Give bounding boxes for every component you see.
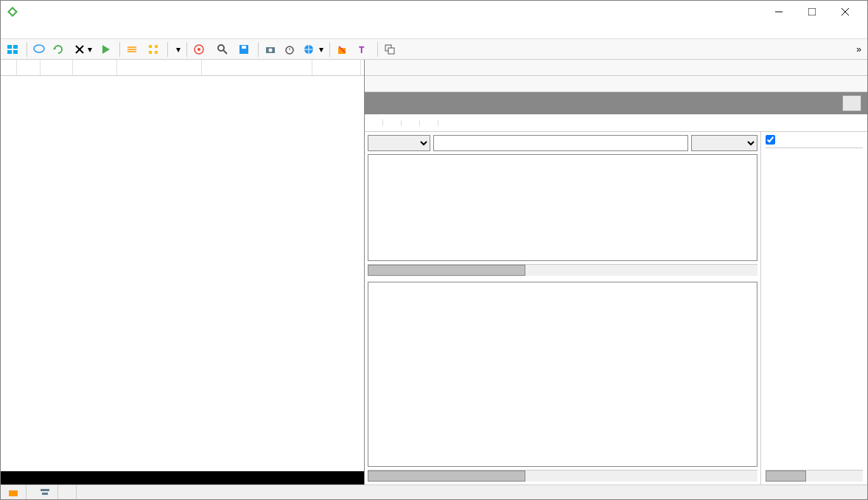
menu-view[interactable] — [63, 29, 74, 32]
play-icon — [99, 44, 111, 55]
tearoff-icon — [384, 44, 396, 55]
svg-rect-15 — [149, 45, 152, 48]
svg-point-20 — [197, 48, 200, 51]
sessions-panel — [1, 60, 365, 485]
title-bar — [1, 1, 867, 23]
svg-rect-18 — [155, 51, 158, 54]
svg-rect-3 — [808, 8, 816, 15]
svg-rect-7 — [13, 45, 18, 49]
camera-button[interactable] — [262, 42, 279, 57]
svg-rect-24 — [242, 46, 246, 49]
toolbar: ▾ ▾ ▾ T » — [1, 39, 867, 60]
menu-tools[interactable] — [48, 29, 60, 32]
svg-point-21 — [218, 45, 224, 51]
composer-subtabs — [365, 114, 867, 132]
svg-rect-8 — [7, 50, 12, 54]
subtab-scratchpad[interactable] — [402, 120, 420, 126]
clearcache-button[interactable] — [333, 42, 353, 57]
menu-help[interactable] — [77, 29, 89, 32]
stream-icon — [126, 44, 138, 55]
menu-edit[interactable] — [18, 29, 30, 32]
svg-rect-16 — [155, 45, 158, 48]
find-icon — [217, 44, 228, 55]
textwizard-button[interactable]: T — [354, 42, 374, 57]
svg-rect-6 — [7, 45, 12, 49]
filter-icon — [40, 487, 50, 498]
clearcache-icon — [336, 44, 348, 55]
right-tabs-top — [365, 60, 867, 76]
close-button[interactable] — [828, 1, 861, 22]
session-count — [67, 485, 77, 499]
grid-header[interactable] — [1, 60, 364, 76]
capture-icon — [8, 487, 18, 498]
save-icon — [238, 44, 250, 55]
textwizard-icon: T — [357, 44, 369, 55]
subtab-parsed[interactable] — [365, 119, 383, 127]
stream-button[interactable] — [123, 42, 143, 57]
target-icon — [193, 44, 205, 55]
svg-rect-37 — [42, 493, 48, 495]
svg-rect-34 — [388, 48, 394, 54]
subtab-options[interactable] — [420, 120, 438, 126]
capturing-toggle[interactable] — [4, 485, 27, 499]
httpver-select[interactable] — [691, 135, 757, 151]
svg-line-22 — [223, 50, 227, 54]
subtab-raw[interactable] — [383, 120, 402, 126]
browse-button[interactable]: ▾ — [300, 42, 326, 57]
menu-file[interactable] — [4, 29, 15, 32]
replay-icon — [52, 44, 64, 55]
url-input[interactable] — [433, 135, 688, 151]
tearoff-button[interactable] — [381, 42, 401, 57]
save-button[interactable] — [235, 42, 255, 57]
headers-textarea[interactable] — [368, 154, 757, 261]
app-icon — [7, 6, 18, 18]
menu-bar — [1, 23, 867, 39]
decode-button[interactable] — [144, 42, 164, 57]
svg-rect-17 — [149, 51, 152, 54]
replay-button[interactable] — [49, 42, 69, 57]
windows-icon — [7, 44, 18, 55]
clock-icon — [284, 44, 295, 55]
log-requests-checkbox[interactable] — [766, 135, 863, 148]
toolbar-chevron[interactable]: » — [853, 43, 864, 56]
svg-marker-14 — [102, 45, 110, 54]
right-panel — [365, 60, 867, 485]
svg-point-26 — [269, 48, 273, 52]
history-label — [766, 148, 863, 154]
grid-body[interactable] — [1, 76, 364, 471]
menu-rules[interactable] — [33, 29, 45, 32]
quickexec-bar[interactable] — [1, 471, 364, 485]
decode-icon — [147, 44, 159, 55]
maximize-button[interactable] — [795, 1, 828, 22]
process-target[interactable] — [190, 42, 212, 57]
minimize-button[interactable] — [762, 1, 795, 22]
remove-button[interactable]: ▾ — [71, 42, 95, 57]
browser-icon — [303, 44, 315, 55]
svg-point-10 — [34, 45, 44, 52]
svg-rect-9 — [13, 50, 18, 54]
no-requests-label — [766, 154, 863, 470]
comment-button[interactable] — [30, 42, 48, 57]
timer-button[interactable] — [281, 42, 298, 57]
go-button[interactable] — [97, 42, 116, 57]
x-icon — [74, 44, 85, 55]
body-textarea[interactable] — [368, 282, 757, 467]
log-requests-check[interactable] — [766, 135, 775, 145]
execute-button[interactable] — [842, 95, 861, 111]
comment-icon — [33, 44, 45, 55]
camera-icon — [265, 44, 276, 55]
right-tabs-bottom — [365, 76, 867, 92]
composer-hint-bar — [365, 92, 867, 114]
keep-dropdown[interactable]: ▾ — [171, 43, 183, 56]
method-select[interactable] — [368, 135, 430, 151]
svg-rect-36 — [41, 489, 49, 491]
status-bar — [1, 485, 867, 499]
svg-text:T: T — [359, 45, 365, 55]
process-filter[interactable] — [35, 485, 58, 499]
history-scrollbar[interactable] — [766, 470, 863, 482]
winconfig-button[interactable] — [4, 42, 24, 57]
find-button[interactable] — [214, 42, 234, 57]
svg-rect-35 — [9, 490, 18, 496]
body-scrollbar[interactable] — [368, 470, 757, 482]
headers-scrollbar[interactable] — [368, 264, 757, 276]
